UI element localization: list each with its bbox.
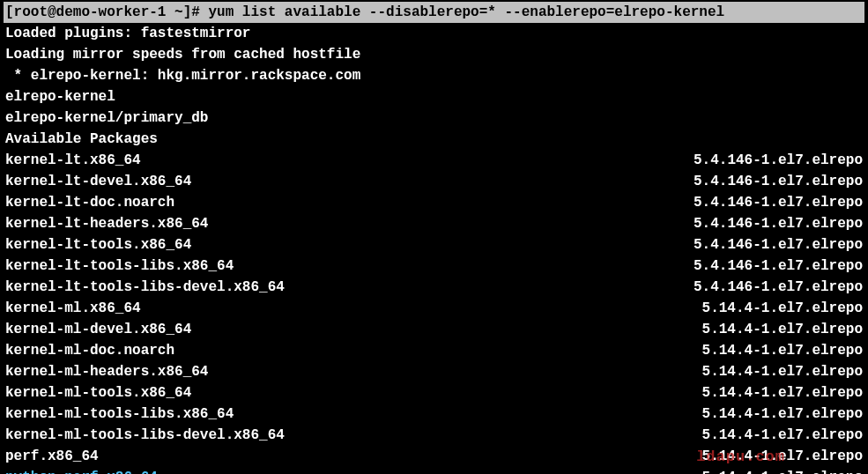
package-row: kernel-ml-tools-libs-devel.x86_645.14.4-… bbox=[4, 425, 864, 446]
package-version: 5.4.146-1.el7.elrepo bbox=[694, 150, 863, 171]
package-name: kernel-ml-headers.x86_64 bbox=[5, 361, 208, 382]
package-name: kernel-lt-tools.x86_64 bbox=[5, 234, 191, 256]
package-version: 5.4.146-1.el7.elrepo bbox=[694, 234, 863, 256]
command-text: [root@demo-worker-1 ~]# yum list availab… bbox=[5, 4, 724, 20]
output-line: Available Packages bbox=[4, 129, 864, 150]
package-row: kernel-lt.x86_645.4.146-1.el7.elrepo bbox=[4, 150, 864, 171]
package-version: 5.4.146-1.el7.elrepo bbox=[694, 213, 863, 234]
package-name: kernel-ml.x86_64 bbox=[5, 298, 141, 319]
package-row: kernel-lt-tools-libs.x86_645.4.146-1.el7… bbox=[4, 256, 864, 277]
package-row: perf.x86_645.14.4-1.el7.elrepoldapu.com bbox=[4, 446, 864, 467]
package-list: kernel-lt.x86_645.4.146-1.el7.elrepokern… bbox=[4, 150, 864, 474]
package-row: kernel-lt-tools-libs-devel.x86_645.4.146… bbox=[4, 277, 864, 298]
package-name: kernel-lt-tools-libs-devel.x86_64 bbox=[5, 277, 285, 298]
package-row: kernel-lt-devel.x86_645.4.146-1.el7.elre… bbox=[4, 171, 864, 192]
package-version: 5.14.4-1.el7.elrepo bbox=[702, 467, 863, 474]
package-name: kernel-lt-devel.x86_64 bbox=[5, 171, 191, 192]
package-version: 5.14.4-1.el7.elrepo bbox=[702, 361, 863, 382]
output-line: Loaded plugins: fastestmirror bbox=[4, 23, 864, 44]
package-row: kernel-lt-doc.noarch5.4.146-1.el7.elrepo bbox=[4, 192, 864, 213]
package-version: 5.14.4-1.el7.elrepo bbox=[702, 404, 863, 425]
package-name: kernel-lt-headers.x86_64 bbox=[5, 213, 208, 234]
package-name: kernel-ml-tools.x86_64 bbox=[5, 382, 191, 404]
package-version: 5.4.146-1.el7.elrepo bbox=[694, 171, 863, 192]
package-version: 5.14.4-1.el7.elrepo bbox=[702, 319, 863, 340]
package-row: kernel-lt-tools.x86_645.4.146-1.el7.elre… bbox=[4, 234, 864, 256]
package-version: 5.4.146-1.el7.elrepo bbox=[694, 277, 863, 298]
package-version: 5.4.146-1.el7.elrepo bbox=[694, 192, 863, 213]
package-name: kernel-ml-doc.noarch bbox=[5, 340, 174, 361]
package-row: kernel-ml-devel.x86_645.14.4-1.el7.elrep… bbox=[4, 319, 864, 340]
package-version: 5.14.4-1.el7.elrepo bbox=[702, 298, 863, 319]
package-row: kernel-ml-tools.x86_645.14.4-1.el7.elrep… bbox=[4, 382, 864, 404]
package-version: 5.14.4-1.el7.elrepo bbox=[702, 425, 863, 446]
package-name: kernel-ml-tools-libs.x86_64 bbox=[5, 404, 234, 425]
package-version: 5.14.4-1.el7.elrepo bbox=[702, 340, 863, 361]
package-version: 5.4.146-1.el7.elrepo bbox=[694, 256, 863, 277]
package-row: python-perf.x86_645.14.4-1.el7.elrepo bbox=[4, 467, 864, 474]
package-row: kernel-lt-headers.x86_645.4.146-1.el7.el… bbox=[4, 213, 864, 234]
package-name: perf.x86_64 bbox=[5, 446, 99, 467]
package-name: kernel-lt-doc.noarch bbox=[5, 192, 174, 213]
package-row: kernel-ml-doc.noarch5.14.4-1.el7.elrepo bbox=[4, 340, 864, 361]
package-name: kernel-lt.x86_64 bbox=[5, 150, 141, 171]
package-row: kernel-ml.x86_645.14.4-1.el7.elrepo bbox=[4, 298, 864, 319]
output-line: * elrepo-kernel: hkg.mirror.rackspace.co… bbox=[4, 65, 864, 86]
package-version: 5.14.4-1.el7.elrepo bbox=[702, 446, 863, 467]
package-name: python-perf.x86_64 bbox=[5, 467, 158, 474]
command-prompt-line[interactable]: [root@demo-worker-1 ~]# yum list availab… bbox=[4, 2, 864, 23]
package-version: 5.14.4-1.el7.elrepo bbox=[702, 382, 863, 404]
output-line: elrepo-kernel bbox=[4, 86, 864, 107]
output-line: Loading mirror speeds from cached hostfi… bbox=[4, 44, 864, 65]
output-line: elrepo-kernel/primary_db bbox=[4, 107, 864, 129]
package-row: kernel-ml-tools-libs.x86_645.14.4-1.el7.… bbox=[4, 404, 864, 425]
package-name: kernel-ml-devel.x86_64 bbox=[5, 319, 191, 340]
terminal-output-block: Loaded plugins: fastestmirror Loading mi… bbox=[4, 23, 864, 150]
package-row: kernel-ml-headers.x86_645.14.4-1.el7.elr… bbox=[4, 361, 864, 382]
package-name: kernel-lt-tools-libs.x86_64 bbox=[5, 256, 234, 277]
package-name: kernel-ml-tools-libs-devel.x86_64 bbox=[5, 425, 285, 446]
